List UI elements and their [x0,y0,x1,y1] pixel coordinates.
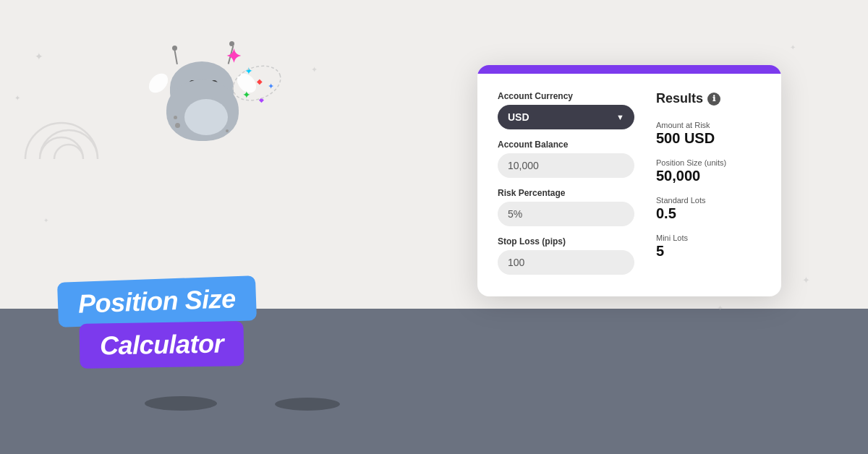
mascot-wing-left [146,70,171,97]
currency-label: Account Currency [498,91,634,101]
deco-star-7: ✦ [717,304,723,313]
balance-field-group: Account Balance [498,140,634,178]
floor-shadow-2 [275,398,340,411]
stoploss-field-group: Stop Loss (pips) [498,236,634,275]
mascot-area: ✦ ✦ ◆ ✦ ◆ ✦ [116,40,347,199]
currency-select-wrapper: USD EUR GBP JPY ▼ [498,105,634,129]
mini-lots-value: 5 [656,243,761,260]
standard-lots-item: Standard Lots 0.5 [656,196,761,222]
deco-star-4: ✦ [802,275,810,286]
deco-star-5: ✦ [790,43,796,51]
deco-star-6: ✦ [43,217,49,224]
calculator-card: Account Currency USD EUR GBP JPY ▼ Accou… [477,65,781,296]
stoploss-input[interactable] [498,250,634,275]
card-body: Account Currency USD EUR GBP JPY ▼ Accou… [477,74,781,275]
mascot-dot-3 [226,129,229,132]
mini-lots-label: Mini Lots [656,234,761,242]
stoploss-label: Stop Loss (pips) [498,236,634,247]
standard-lots-value: 0.5 [656,205,761,222]
risk-field-group: Risk Percentage [498,188,634,226]
mascot-belly [184,99,228,135]
position-size-item: Position Size (units) 50,000 [656,158,761,184]
position-size-value: 50,000 [656,168,761,184]
amount-at-risk-item: Amount at Risk 500 USD [656,121,761,147]
svg-point-0 [229,60,286,107]
floor-shadow-1 [145,396,217,411]
results-title-text: Results [656,91,703,106]
balance-label: Account Balance [498,140,634,150]
deco-star-2: ✦ [14,94,20,102]
mascot-dot-1 [175,123,180,128]
swirl-left [14,112,109,206]
sparkle-orbit [228,54,286,112]
mascot-antenna-ball-left [172,46,177,51]
amount-at-risk-label: Amount at Risk [656,121,761,129]
position-size-label: Position Size (units) [656,158,761,167]
mini-lots-item: Mini Lots 5 [656,234,761,260]
deco-star-1: ✦ [35,51,43,62]
balance-input[interactable] [498,153,634,178]
standard-lots-label: Standard Lots [656,196,761,205]
risk-input[interactable] [498,202,634,226]
card-header-bar [477,65,781,74]
form-side: Account Currency USD EUR GBP JPY ▼ Accou… [498,91,634,275]
mascot-antenna-left [174,48,178,64]
currency-select[interactable]: USD EUR GBP JPY [498,105,634,129]
mascot-dot-2 [174,116,177,119]
results-side: Results ℹ Amount at Risk 500 USD Positio… [656,91,761,275]
results-header: Results ℹ [656,91,761,106]
title-position-size: Position Size [57,275,257,327]
title-calculator: Calculator [79,321,244,369]
results-info-icon[interactable]: ℹ [707,93,720,106]
risk-label: Risk Percentage [498,188,634,198]
currency-field-group: Account Currency USD EUR GBP JPY ▼ [498,91,634,129]
amount-at-risk-value: 500 USD [656,130,761,147]
